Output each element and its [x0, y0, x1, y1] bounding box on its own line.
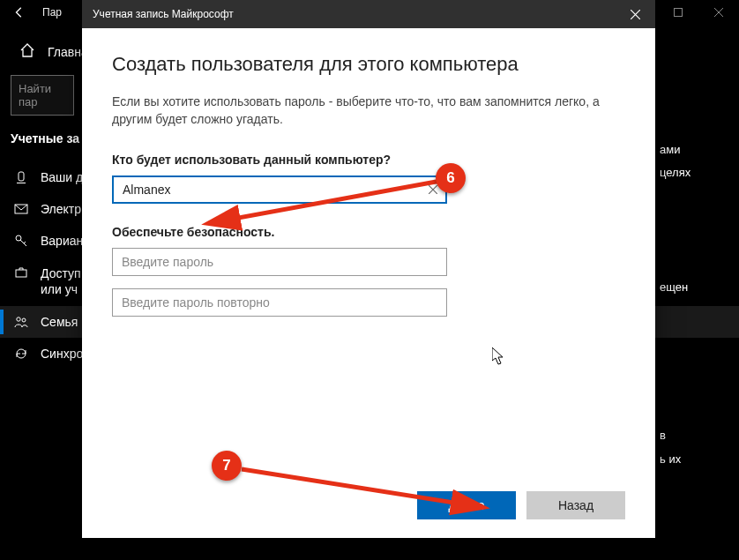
- settings-search-input[interactable]: Найти пар: [11, 75, 74, 116]
- nav-label: Ваши д: [41, 170, 83, 184]
- home-icon: [19, 42, 35, 61]
- back-button-dialog[interactable]: Назад: [526, 491, 625, 519]
- close-icon: [631, 10, 640, 19]
- close-settings-button[interactable]: [698, 0, 739, 25]
- x-icon: [429, 185, 437, 194]
- svg-point-7: [22, 318, 26, 322]
- clear-input-button[interactable]: [420, 176, 446, 203]
- security-label: Обеспечьте безопасность.: [112, 225, 625, 239]
- nav-label: Семья: [41, 315, 78, 329]
- briefcase-icon: [14, 265, 28, 280]
- ms-account-dialog: Учетная запись Майкрософт Создать пользо…: [82, 0, 655, 538]
- svg-rect-5: [16, 270, 26, 277]
- dialog-title: Учетная запись Майкрософт: [93, 8, 615, 20]
- mail-icon: [14, 202, 28, 216]
- nav-label: Доступ или уч: [41, 265, 81, 297]
- right-panel-clipped: ами целях ещен в ь их: [660, 30, 739, 555]
- next-button[interactable]: Далее: [417, 491, 516, 519]
- dialog-description: Если вы хотите использовать пароль - выб…: [112, 93, 606, 128]
- password-confirm-input[interactable]: [112, 288, 447, 317]
- nav-label: Синхро: [41, 347, 83, 361]
- person-icon: [14, 170, 28, 184]
- people-icon: [14, 315, 28, 329]
- username-label: Кто будет использовать данный компьютер?: [112, 153, 625, 167]
- dialog-titlebar: Учетная запись Майкрософт: [82, 0, 655, 28]
- svg-rect-2: [17, 183, 26, 183]
- password-input[interactable]: [112, 248, 447, 276]
- sync-icon: [14, 347, 28, 361]
- maximize-button[interactable]: [658, 0, 698, 25]
- back-arrow-icon: [13, 6, 26, 19]
- svg-rect-1: [19, 172, 24, 181]
- svg-point-6: [17, 317, 20, 321]
- dialog-heading: Создать пользователя для этого компьютер…: [112, 53, 625, 76]
- username-input[interactable]: [112, 175, 447, 204]
- svg-rect-0: [675, 9, 683, 17]
- key-icon: [14, 234, 28, 248]
- nav-label: Вариан: [41, 234, 83, 248]
- nav-label: Электр: [41, 202, 81, 216]
- close-dialog-button[interactable]: [615, 0, 655, 28]
- back-button[interactable]: [0, 0, 39, 25]
